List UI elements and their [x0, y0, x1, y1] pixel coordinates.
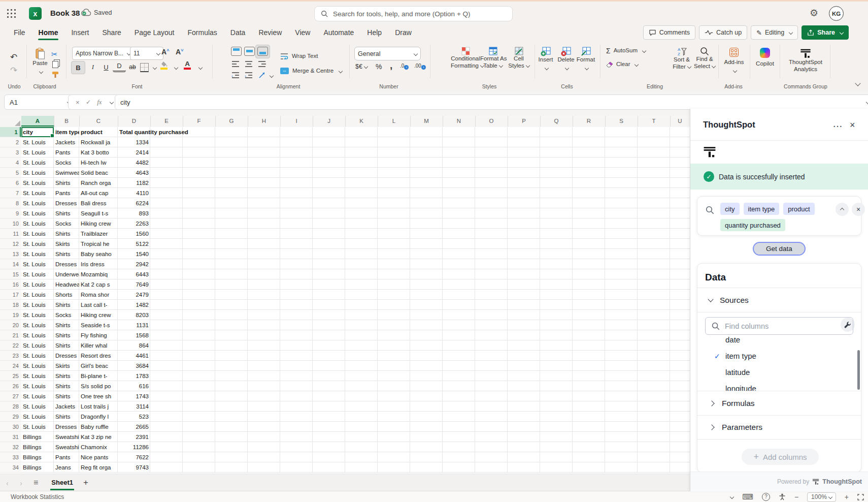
- cell-C13[interactable]: Baby seaho: [79, 249, 118, 259]
- column-header-P[interactable]: P: [508, 116, 541, 127]
- menu-tab-share[interactable]: Share: [95, 25, 127, 40]
- font-name-combobox[interactable]: Aptos Narrow B...: [72, 47, 134, 60]
- borders-icon[interactable]: [140, 63, 149, 72]
- fill-handle[interactable]: [50, 134, 54, 138]
- source-column-item-type[interactable]: ✓item type: [697, 350, 861, 362]
- cell-styles-button[interactable]: CellStyles: [507, 47, 531, 69]
- undo-icon[interactable]: ↶: [10, 52, 17, 62]
- add-ins-button[interactable]: Add-ins: [723, 48, 745, 75]
- cell-B31[interactable]: Sweatshirt: [54, 432, 79, 442]
- menu-tab-formulas[interactable]: Formulas: [181, 25, 223, 40]
- row-header-6[interactable]: 6: [0, 178, 21, 188]
- zoom-level-control[interactable]: 100%: [807, 492, 836, 502]
- cell-C21[interactable]: Fly fishing: [79, 330, 118, 340]
- cell-D32[interactable]: 11286: [118, 442, 150, 452]
- cell-B27[interactable]: Shirts: [54, 391, 79, 401]
- comma-format-icon[interactable]: ,: [390, 60, 392, 71]
- column-header-I[interactable]: I: [280, 116, 313, 127]
- cell-C16[interactable]: Kat 2 cap s: [79, 279, 118, 290]
- cell-D21[interactable]: 1568: [118, 330, 150, 340]
- cell-B23[interactable]: Dresses: [54, 351, 79, 361]
- menu-tab-data[interactable]: Data: [224, 25, 252, 40]
- row-header-1[interactable]: 1: [0, 127, 21, 137]
- scrollbar-thumb[interactable]: [857, 350, 860, 390]
- cell-C6[interactable]: Ranch orga: [79, 178, 118, 188]
- share-button[interactable]: Share: [802, 25, 849, 40]
- cell-A3[interactable]: St. Louis: [21, 147, 54, 158]
- cell-C15[interactable]: Mozambiq: [79, 269, 118, 279]
- row-header-7[interactable]: 7: [0, 188, 21, 198]
- row-header-21[interactable]: 21: [0, 330, 21, 340]
- cell-D10[interactable]: 2263: [118, 218, 150, 229]
- chevron-down-icon[interactable]: [174, 66, 178, 70]
- keyboard-icon[interactable]: ⌨: [742, 492, 753, 501]
- row-header-18[interactable]: 18: [0, 300, 21, 310]
- cell-C1[interactable]: product: [79, 127, 118, 137]
- zoom-out-icon[interactable]: −: [794, 493, 798, 501]
- cell-A25[interactable]: St. Louis: [21, 371, 54, 381]
- formulas-section-header[interactable]: Formulas: [697, 391, 861, 415]
- editing-mode-button[interactable]: ✎ Editing: [751, 25, 798, 40]
- italic-button[interactable]: I: [86, 61, 99, 73]
- settings-gear-icon[interactable]: ⚙: [810, 7, 818, 19]
- wrap-text-button[interactable]: Wrap Text: [280, 53, 318, 60]
- panel-close-icon[interactable]: ×: [850, 120, 855, 131]
- status-chevron-icon[interactable]: [730, 495, 734, 499]
- collapse-search-chevron-button[interactable]: [836, 203, 849, 216]
- cell-B22[interactable]: Shirts: [54, 340, 79, 351]
- cell-B19[interactable]: Socks: [54, 310, 79, 320]
- column-header-E[interactable]: E: [150, 116, 183, 127]
- paste-button[interactable]: Paste: [31, 48, 49, 76]
- cell-A16[interactable]: St. Louis: [21, 279, 54, 290]
- cell-D24[interactable]: 3684: [118, 361, 150, 371]
- double-underline-button[interactable]: D: [113, 61, 126, 72]
- clear-search-button[interactable]: ×: [852, 203, 865, 216]
- cell-C19[interactable]: Hiking crew: [79, 310, 118, 320]
- cell-A8[interactable]: St. Louis: [21, 198, 54, 208]
- row-header-22[interactable]: 22: [0, 340, 21, 351]
- formula-input[interactable]: city: [115, 95, 868, 110]
- name-box[interactable]: A1: [4, 95, 76, 110]
- cell-A33[interactable]: Billings: [21, 452, 54, 462]
- number-format-combobox[interactable]: General: [354, 47, 421, 60]
- cell-D30[interactable]: 2665: [118, 422, 150, 432]
- add-columns-button[interactable]: + Add columns: [742, 449, 819, 465]
- sort-filter-button[interactable]: AZ Sort &Filter: [671, 47, 692, 70]
- next-sheet-icon[interactable]: ›: [20, 479, 22, 487]
- app-launcher-waffle-icon[interactable]: [6, 8, 17, 19]
- column-headers[interactable]: ABCDEFGHIJKLMNOPQRSTU: [21, 116, 690, 128]
- row-header-33[interactable]: 33: [0, 452, 21, 462]
- font-color-button[interactable]: A: [184, 60, 191, 70]
- cell-D27[interactable]: 1743: [118, 391, 150, 401]
- cell-A17[interactable]: St. Louis: [21, 290, 54, 300]
- panel-more-icon[interactable]: …: [832, 118, 843, 130]
- cancel-entry-icon[interactable]: ×: [76, 99, 80, 106]
- row-header-19[interactable]: 19: [0, 310, 21, 320]
- row-header-11[interactable]: 11: [0, 229, 21, 239]
- cell-D2[interactable]: 1334: [118, 137, 150, 147]
- cell-C12[interactable]: Tropical he: [79, 239, 118, 249]
- cell-C24[interactable]: Girl's beac: [79, 361, 118, 371]
- cell-D28[interactable]: 3114: [118, 401, 150, 412]
- decrease-font-size-icon[interactable]: A˅: [176, 48, 183, 56]
- row-header-17[interactable]: 17: [0, 290, 21, 300]
- row-header-16[interactable]: 16: [0, 279, 21, 290]
- cell-B14[interactable]: Dresses: [54, 259, 79, 269]
- cell-C18[interactable]: Last call t-: [79, 300, 118, 310]
- cell-C11[interactable]: Trailblazer: [79, 229, 118, 239]
- cell-B12[interactable]: Skirts: [54, 239, 79, 249]
- find-columns-input[interactable]: Find columns: [705, 317, 853, 335]
- cell-C34[interactable]: Reg fit orga: [79, 462, 118, 473]
- cell-B21[interactable]: Shirts: [54, 330, 79, 340]
- cell-A30[interactable]: St. Louis: [21, 422, 54, 432]
- cell-A12[interactable]: St. Louis: [21, 239, 54, 249]
- accessibility-icon[interactable]: [779, 493, 786, 500]
- select-all-corner[interactable]: [0, 116, 22, 128]
- increase-decimal-icon[interactable]: .00›: [414, 63, 426, 70]
- search-token-item-type[interactable]: item type: [744, 203, 780, 215]
- parameters-section-header[interactable]: Parameters: [697, 416, 861, 439]
- cell-B30[interactable]: Dresses: [54, 422, 79, 432]
- cell-A27[interactable]: St. Louis: [21, 391, 54, 401]
- cell-C20[interactable]: Seaside t-s: [79, 320, 118, 330]
- zoom-in-icon[interactable]: +: [845, 493, 849, 501]
